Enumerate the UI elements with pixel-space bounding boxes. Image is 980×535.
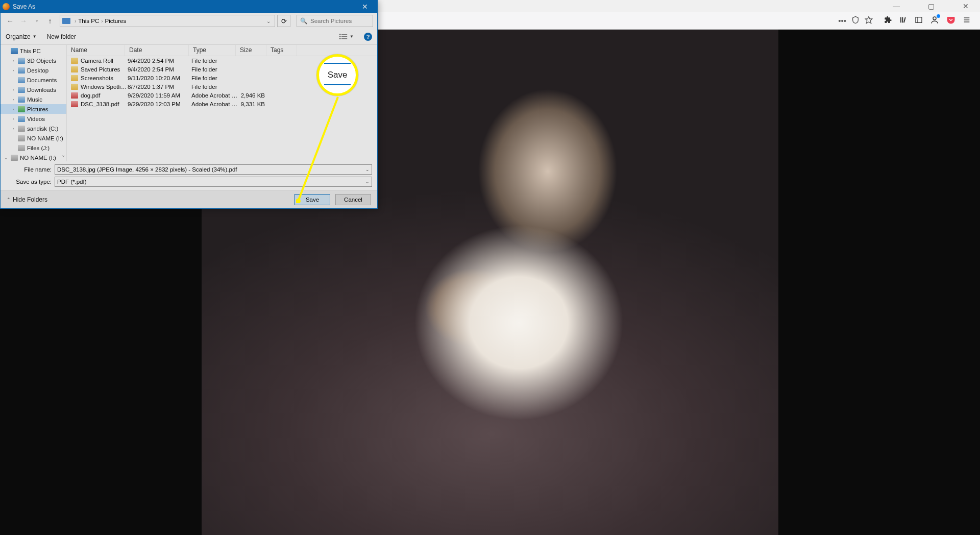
file-type: File folder <box>191 58 238 64</box>
folder-icon <box>71 84 78 90</box>
bookmark-star-icon[interactable] <box>865 16 873 26</box>
search-input[interactable]: 🔍 Search Pictures <box>297 15 373 27</box>
chevron-icon[interactable]: · <box>11 136 16 141</box>
col-name[interactable]: Name <box>67 45 125 56</box>
file-size: 9,331 KB <box>238 101 269 107</box>
save-callout-magnifier: Save <box>316 54 358 96</box>
3d-icon <box>18 58 25 64</box>
file-date: 9/4/2020 2:54 PM <box>128 58 191 64</box>
menu-icon[interactable] <box>963 16 971 26</box>
svg-rect-4 <box>916 17 922 22</box>
library-icon[interactable] <box>899 16 908 26</box>
tree-item[interactable]: ·NO NAME (I:) <box>1 133 66 143</box>
chevron-icon[interactable]: ⌄ <box>4 155 9 160</box>
breadcrumb-current[interactable]: Pictures <box>105 18 127 24</box>
breadcrumb-dropdown-icon[interactable]: ⌄ <box>264 18 273 24</box>
drive-icon <box>18 145 25 151</box>
navigation-tree[interactable]: ·This PC›3D Objects›Desktop·Documents›Do… <box>1 45 67 161</box>
chevron-icon[interactable]: · <box>11 145 16 151</box>
tree-item[interactable]: ›sandisk (C:) <box>1 124 66 133</box>
tree-item-label: NO NAME (I:) <box>20 155 56 161</box>
tree-item[interactable]: ·Documents <box>1 75 66 85</box>
chevron-icon[interactable]: › <box>11 116 16 121</box>
maximize-button[interactable]: ▢ <box>920 0 942 12</box>
pic-icon <box>18 106 25 112</box>
extension-puzzle-icon[interactable] <box>884 16 892 26</box>
file-name: Saved Pictures <box>81 66 128 72</box>
file-date: 9/29/2020 11:59 AM <box>128 92 191 99</box>
chevron-icon[interactable]: · <box>4 48 9 54</box>
tree-item[interactable]: ›Downloads <box>1 85 66 94</box>
tree-item-label: Music <box>27 96 42 103</box>
firefox-icon <box>3 3 10 10</box>
file-row[interactable]: DSC_3138.pdf9/29/2020 12:03 PMAdobe Acro… <box>67 100 377 108</box>
file-name: Camera Roll <box>81 58 128 64</box>
view-options-button[interactable]: ▼ <box>339 34 354 40</box>
chevron-icon[interactable]: · <box>11 78 16 83</box>
shield-icon[interactable] <box>851 16 860 26</box>
tree-item[interactable]: ›Desktop <box>1 65 66 75</box>
tree-item[interactable]: ›Music <box>1 94 66 104</box>
nav-up-icon[interactable]: ↑ <box>44 15 56 27</box>
tree-item[interactable]: ›Videos <box>1 114 66 124</box>
drive-icon <box>11 155 18 161</box>
file-name-input[interactable]: DSC_3138.jpg (JPEG Image, 4256 × 2832 pi… <box>55 164 372 175</box>
tree-scroll-down-icon[interactable]: ⌄ <box>60 152 66 158</box>
tree-item[interactable]: ›Pictures <box>1 104 66 114</box>
col-size[interactable]: Size <box>236 45 266 56</box>
dialog-titlebar: Save As ✕ <box>1 1 377 13</box>
refresh-button[interactable]: ⟳ <box>277 15 290 27</box>
nav-back-icon[interactable]: ← <box>5 15 16 27</box>
tree-item-label: Pictures <box>27 106 48 112</box>
cancel-button[interactable]: Cancel <box>335 194 371 205</box>
file-date: 9/4/2020 2:54 PM <box>128 66 191 72</box>
organize-menu[interactable]: Organize▼ <box>6 33 37 40</box>
doc-icon <box>18 77 25 83</box>
nav-forward-icon[interactable]: → <box>18 15 29 27</box>
dialog-toolbar: Organize▼ New folder ▼ ? <box>1 29 377 44</box>
col-type[interactable]: Type <box>189 45 236 56</box>
chevron-icon[interactable]: › <box>11 97 16 102</box>
chevron-icon[interactable]: › <box>11 58 16 63</box>
chevron-down-icon[interactable]: ⌄ <box>365 167 370 172</box>
tree-item-label: sandisk (C:) <box>27 126 58 132</box>
tree-item-label: Files (J:) <box>27 145 50 151</box>
file-list-header[interactable]: Name Date Type Size Tags <box>67 45 377 56</box>
chevron-down-icon[interactable]: ⌄ <box>365 179 370 184</box>
save-button[interactable]: Save <box>295 194 330 205</box>
tree-item[interactable]: ›3D Objects <box>1 56 66 65</box>
sidebar-icon[interactable] <box>915 16 923 26</box>
tree-item-label: This PC <box>20 48 41 54</box>
hide-folders-toggle[interactable]: ⌃ Hide Folders <box>7 196 47 203</box>
music-icon <box>18 96 25 103</box>
dialog-close-button[interactable]: ✕ <box>355 3 375 11</box>
pocket-icon[interactable] <box>946 15 955 27</box>
tree-item[interactable]: ⌄NO NAME (I:) <box>1 153 66 161</box>
tree-item[interactable]: ·This PC <box>1 46 66 56</box>
svg-rect-1 <box>900 17 901 22</box>
file-size: 2,946 KB <box>238 92 269 99</box>
chevron-icon[interactable]: › <box>11 68 16 73</box>
col-tags[interactable]: Tags <box>266 45 297 56</box>
chevron-icon[interactable]: › <box>11 126 16 131</box>
account-icon[interactable] <box>930 15 939 27</box>
folder-icon <box>71 66 78 72</box>
breadcrumb-root[interactable]: This PC <box>78 18 99 24</box>
dialog-footer: ⌃ Hide Folders Save Cancel <box>1 190 377 208</box>
new-folder-button[interactable]: New folder <box>47 33 76 40</box>
tree-item[interactable]: ·Files (J:) <box>1 143 66 153</box>
chevron-icon[interactable]: › <box>11 87 16 92</box>
page-actions-icon[interactable]: ••• <box>838 16 846 25</box>
minimize-button[interactable]: — <box>885 0 908 12</box>
tree-item-label: Desktop <box>27 67 48 74</box>
save-type-select[interactable]: PDF (*.pdf) ⌄ <box>55 177 372 187</box>
help-button[interactable]: ? <box>364 33 372 41</box>
chevron-icon[interactable]: › <box>11 107 16 112</box>
search-placeholder: Search Pictures <box>310 18 352 24</box>
col-date[interactable]: Date <box>125 45 189 56</box>
nav-recent-icon[interactable]: ▾ <box>31 15 42 27</box>
svg-rect-15 <box>341 38 347 39</box>
file-type: File folder <box>191 66 238 72</box>
close-button[interactable]: ✕ <box>954 0 977 12</box>
breadcrumb[interactable]: › This PC › Pictures ⌄ <box>60 15 275 27</box>
